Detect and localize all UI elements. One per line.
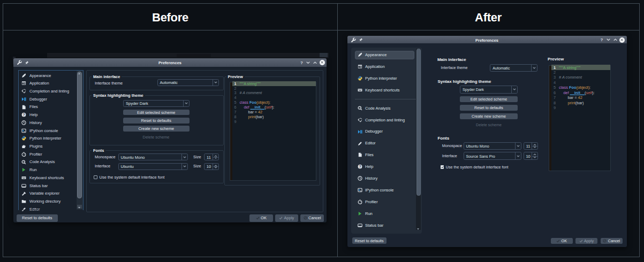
svg-text:?: ? [22, 113, 25, 117]
svg-text:?: ? [359, 165, 361, 168]
